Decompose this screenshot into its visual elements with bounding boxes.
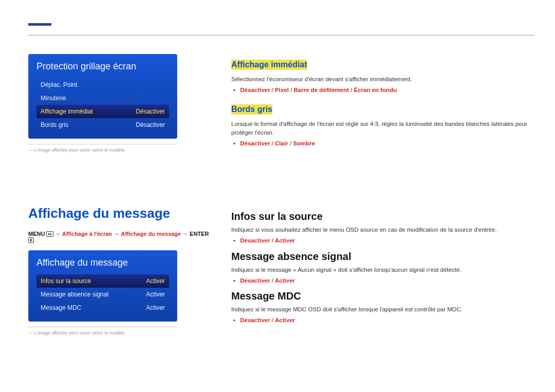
menu-row-deplac[interactable]: Déplac. Point: [36, 78, 169, 91]
menu-row-absence-signal[interactable]: Message absence signal Activer: [36, 288, 169, 301]
menu-icon: m: [46, 231, 53, 237]
enter-icon: E: [28, 237, 34, 243]
page-title: Affichage du message: [28, 206, 213, 221]
menu-row-value: Désactiver: [136, 105, 165, 118]
menu-row-infos-source[interactable]: Infos sur la source Activer: [36, 274, 169, 288]
menu-row-label: Message MDC: [41, 301, 81, 314]
options-bords-gris: Désactiver / Clair / Sombre: [240, 139, 534, 148]
menu-row-label: Minuterie: [41, 91, 66, 105]
footnote-text: L'image affichée peut varier selon le mo…: [28, 144, 177, 153]
message-menu-panel: Affichage du message Infos sur la source…: [28, 250, 177, 322]
heading-infos-source: Infos sur la source: [231, 211, 534, 222]
menu-row-value: Activer: [146, 301, 165, 314]
protection-menu-panel: Protection grillage écran Déplac. Point …: [28, 54, 177, 139]
protection-menu-title: Protection grillage écran: [36, 61, 169, 72]
heading-absence-signal: Message absence signal: [231, 251, 534, 263]
options-infos-source: Désactiver / Activer: [240, 236, 534, 245]
menu-row-value: Activer: [146, 274, 165, 288]
menu-row-bords-gris[interactable]: Bords gris Désactiver: [36, 118, 169, 132]
top-accent-bar: [28, 23, 51, 26]
menu-row-minuterie[interactable]: Minuterie: [36, 91, 169, 105]
options-message-mdc: Désactiver / Activer: [240, 316, 534, 325]
desc-absence-signal: Indiquez si le message « Aucun signal » …: [231, 266, 534, 274]
menu-row-label: Bords gris: [41, 118, 68, 132]
menu-row-value: Désactiver: [136, 118, 165, 132]
menu-row-label: Message absence signal: [41, 288, 108, 301]
menu-row-mdc[interactable]: Message MDC Activer: [36, 301, 169, 314]
desc-bords-gris: Lorsque le format d'affichage de l'écran…: [231, 120, 534, 138]
top-rule: [28, 35, 534, 35]
desc-affichage-immediat: Sélectionnez l'économiseur d'écran devan…: [231, 75, 534, 84]
heading-message-mdc: Message MDC: [231, 290, 534, 302]
heading-bords-gris: Bords gris: [231, 104, 272, 115]
message-menu-title: Affichage du message: [36, 257, 169, 268]
breadcrumb: MENU m → Affichage à l'écran → Affichage…: [28, 231, 213, 243]
footnote-text: L'image affichée peut varier selon le mo…: [28, 327, 177, 335]
desc-message-mdc: Indiquez si le message MDC OSD doit s'af…: [231, 305, 534, 314]
desc-infos-source: Indiquez si vous souhaitez afficher le m…: [231, 226, 534, 234]
menu-row-value: Activer: [146, 288, 165, 301]
menu-row-label: Affichage immédiat: [41, 105, 93, 118]
options-affichage-immediat: Désactiver / Pixel / Barre de défilement…: [240, 86, 534, 95]
menu-row-label: Déplac. Point: [41, 78, 77, 91]
menu-row-label: Infos sur la source: [41, 274, 91, 288]
menu-row-affichage-immediat[interactable]: Affichage immédiat Désactiver: [36, 105, 169, 118]
heading-affichage-immediat: Affichage immédiat: [231, 60, 307, 70]
options-absence-signal: Désactiver / Activer: [240, 276, 534, 285]
